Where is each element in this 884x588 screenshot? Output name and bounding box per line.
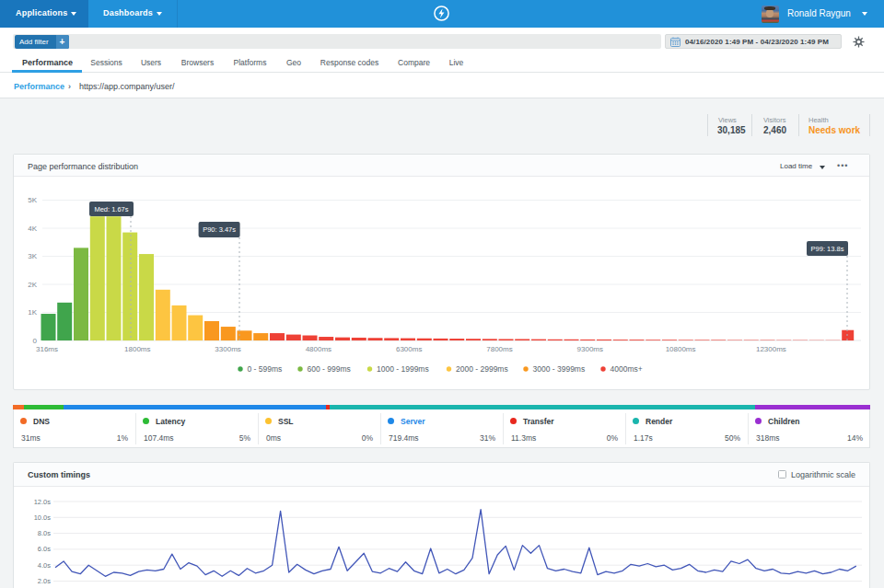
svg-text:0: 0 xyxy=(33,337,38,345)
svg-text:2K: 2K xyxy=(28,281,37,289)
svg-text:6300ms: 6300ms xyxy=(396,345,422,353)
svg-text:9300ms: 9300ms xyxy=(577,345,603,353)
svg-text:P99: 13.8s: P99: 13.8s xyxy=(811,245,844,253)
svg-text:1800ms: 1800ms xyxy=(124,345,150,353)
svg-text:316ms: 316ms xyxy=(36,345,58,353)
svg-text:4.0s: 4.0s xyxy=(38,561,51,570)
svg-text:10.0s: 10.0s xyxy=(34,513,52,522)
svg-text:4K: 4K xyxy=(28,225,37,233)
svg-text:3300ms: 3300ms xyxy=(215,345,240,353)
svg-text:3K: 3K xyxy=(28,252,37,260)
svg-text:2000 - 2999ms: 2000 - 2999ms xyxy=(456,364,508,374)
svg-text:1000 - 1999ms: 1000 - 1999ms xyxy=(377,364,429,374)
svg-text:4000ms+: 4000ms+ xyxy=(611,364,643,374)
svg-text:2.0s: 2.0s xyxy=(38,577,51,585)
svg-text:12300ms: 12300ms xyxy=(756,345,786,353)
svg-text:5K: 5K xyxy=(28,196,37,204)
svg-text:7800ms: 7800ms xyxy=(486,345,512,353)
svg-text:6.0s: 6.0s xyxy=(38,545,51,553)
svg-text:0 - 599ms: 0 - 599ms xyxy=(248,364,283,374)
svg-text:Med: 1.67s: Med: 1.67s xyxy=(94,205,128,213)
svg-text:10800ms: 10800ms xyxy=(666,345,696,353)
svg-text:1K: 1K xyxy=(28,308,37,317)
svg-text:3000 - 3999ms: 3000 - 3999ms xyxy=(533,364,586,374)
svg-text:8.0s: 8.0s xyxy=(38,529,51,537)
svg-text:600 - 999ms: 600 - 999ms xyxy=(308,364,351,374)
svg-text:4800ms: 4800ms xyxy=(306,345,332,353)
svg-text:12.0s: 12.0s xyxy=(34,498,52,506)
svg-text:P90: 3.47s: P90: 3.47s xyxy=(203,225,236,234)
